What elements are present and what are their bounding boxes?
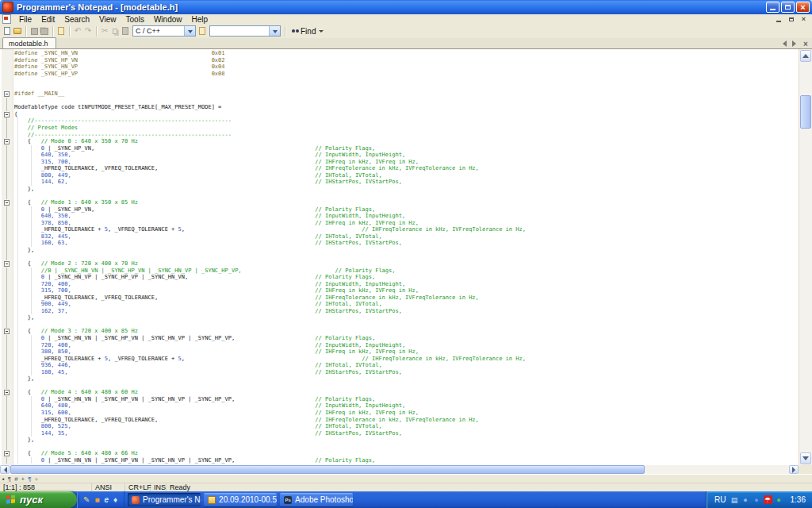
code-line[interactable]	[0, 383, 799, 390]
code-line[interactable]: 0 | _SYNC_HN_VN | _SYNC_HP_VN | _SYNC_HN…	[0, 396, 799, 403]
code-line[interactable]: #define _SYNC_HN_VP 0x04	[0, 64, 799, 71]
code-line[interactable]: #define _SYNC_HP_VN 0x02	[0, 57, 799, 64]
code-line[interactable]: },	[0, 186, 799, 193]
tray-messenger-icon[interactable]: ●	[741, 495, 750, 504]
code-line[interactable]: 315, 600, // IHFreq in kHz, IVFreq in Hz…	[0, 410, 799, 417]
code-line[interactable]: //--------------------------------------…	[0, 132, 799, 139]
open-file-button[interactable]	[13, 25, 22, 37]
clock[interactable]: 1:36	[791, 495, 806, 504]
child-restore-button[interactable]	[786, 15, 796, 23]
vertical-scroll-thumb[interactable]	[800, 95, 811, 129]
horizontal-scroll-thumb[interactable]	[10, 465, 645, 474]
quick-launch-media-icon[interactable]: ♦	[113, 495, 117, 504]
code-line[interactable]: _HFREQ_TOLERANCE + 5, _VFREQ_TOLERANCE +…	[0, 226, 799, 233]
code-line[interactable]: 380, 850, // IHFreq in kHz, IVFreq in Hz…	[0, 348, 799, 356]
code-line[interactable]: 315, 700, // IHFreq in kHz, IVFreq in Hz…	[0, 159, 799, 166]
code-line[interactable]: // Preset Modes	[0, 125, 799, 132]
code-line[interactable]: //--------------------------------------…	[0, 117, 799, 125]
redo-button[interactable]: ↷	[83, 25, 93, 37]
code-line[interactable]: 315, 700, // IHFreq in kHz, IVFreq in Hz…	[0, 287, 799, 294]
code-line[interactable]: 160, 63, // IHStartPos, IVStartPos,	[0, 240, 799, 247]
menu-search[interactable]: Search	[59, 14, 94, 24]
bookmark-button[interactable]	[197, 25, 207, 37]
menu-help[interactable]: Help	[186, 14, 213, 24]
code-line[interactable]: _HFREQ_TOLERANCE + 5, _VFREQ_TOLERANCE +…	[0, 356, 799, 363]
taskbar-task-pn[interactable]: Programmer's Not...	[128, 493, 201, 506]
taskbar-task-ps[interactable]: PsAdobe Photoshop ...	[280, 493, 353, 506]
mini-numbers-icon[interactable]: #	[14, 475, 17, 483]
tray-avira-icon[interactable]: ☂	[764, 495, 772, 504]
code-line[interactable]: { // Mode 4 : 640 x 480 x 60 Hz	[0, 389, 799, 396]
scroll-down-button[interactable]	[800, 452, 811, 464]
menu-file[interactable]: File	[14, 14, 36, 24]
search-combobox[interactable]	[209, 25, 281, 37]
editor[interactable]: #define _SYNC_HN_VN 0x01#define _SYNC_HP…	[0, 49, 799, 465]
child-minimize-button[interactable]	[773, 15, 783, 23]
code-area[interactable]: #define _SYNC_HN_VN 0x01#define _SYNC_HP…	[0, 50, 799, 464]
code-line[interactable]: _HFREQ_TOLERANCE, _VFREQ_TOLERANCE, // I…	[0, 165, 799, 172]
save-all-button[interactable]	[40, 25, 49, 37]
code-line[interactable]: 800, 525, // IHTotal, IVTotal,	[0, 423, 799, 430]
code-line[interactable]: 832, 445, // IHTotal, IVTotal,	[0, 233, 799, 241]
quick-launch-pencil-icon[interactable]: ✎	[83, 495, 90, 504]
code-line[interactable]: //0 | _SYNC_HN_VN | _SYNC_HP_VN | _SYNC_…	[0, 267, 799, 275]
child-close-button[interactable]: ×	[799, 15, 809, 23]
code-line[interactable]: 936, 446, // IHTotal, IVTotal,	[0, 362, 799, 369]
menu-tools[interactable]: Tools	[121, 14, 149, 24]
scheme-dropdown-button[interactable]	[184, 26, 195, 36]
code-line[interactable]: 900, 449, // IHTotal, IVTotal,	[0, 301, 799, 308]
code-line[interactable]: },	[0, 437, 799, 444]
menu-view[interactable]: View	[94, 14, 121, 24]
mini-pilcrow-icon[interactable]: ¶	[28, 475, 31, 483]
paste-button[interactable]	[121, 25, 130, 37]
code-line[interactable]: 640, 350, // InputWidth, InputHeight,	[0, 152, 799, 159]
code-line[interactable]: },	[0, 314, 799, 321]
vertical-scrollbar[interactable]	[799, 49, 812, 465]
scroll-up-button[interactable]	[800, 50, 811, 62]
mini-fold-icon[interactable]: +	[21, 475, 25, 483]
code-line[interactable]: 640, 480, // InputWidth, InputHeight,	[0, 402, 799, 410]
menu-edit[interactable]: Edit	[36, 14, 59, 24]
language-indicator[interactable]: RU	[714, 495, 726, 504]
tab-close-button[interactable]: ×	[802, 40, 810, 48]
find-button[interactable]: Find	[289, 27, 324, 36]
cut-button[interactable]: ✂	[100, 25, 109, 37]
scroll-right-button[interactable]	[789, 465, 799, 474]
code-line[interactable]: },	[0, 247, 799, 254]
code-line[interactable]: },	[0, 375, 799, 383]
mini-block-icon[interactable]: ▪	[2, 475, 5, 483]
code-line[interactable]: 180, 45, // IHStartPos, IVStartPos,	[0, 369, 799, 376]
menu-window[interactable]: Window	[149, 14, 187, 24]
code-line[interactable]: #define _SYNC_HP_VP 0x08	[0, 71, 799, 78]
code-line[interactable]: 0 | _SYNC_HP_VN, // Polarity Flags,	[0, 145, 799, 152]
fold-collapse-icon[interactable]	[4, 390, 10, 395]
code-line[interactable]: 162, 37, // IHStartPos, IVStartPos,	[0, 308, 799, 315]
fold-collapse-icon[interactable]	[4, 91, 10, 97]
scheme-combobox[interactable]: C / C++	[132, 25, 196, 37]
fold-collapse-icon[interactable]	[4, 200, 10, 206]
code-line[interactable]: { // Mode 2 : 720 x 400 x 70 Hz	[0, 260, 799, 267]
tab-modetable[interactable]: modetable.h	[2, 37, 56, 48]
close-button[interactable]: ×	[796, 2, 810, 13]
copy-button[interactable]	[110, 25, 120, 37]
scroll-left-button[interactable]	[0, 465, 10, 474]
undo-button[interactable]: ↶	[73, 25, 82, 37]
save-button[interactable]	[29, 25, 39, 37]
code-line[interactable]: 640, 350, // InputWidth, InputHeight,	[0, 213, 799, 220]
mini-wrap-icon[interactable]: ¶	[8, 475, 11, 483]
code-line[interactable]: ModeTableType code tINPUTMODE_PRESET_TAB…	[0, 104, 799, 111]
code-line[interactable]: 720, 400, // InputWidth, InputHeight,	[0, 281, 799, 288]
code-line[interactable]: 378, 850, // IHFreq in kHz, IVFreq in Hz…	[0, 220, 799, 227]
fold-collapse-icon[interactable]	[4, 451, 10, 456]
code-line[interactable]: #define _SYNC_HN_VN 0x01	[0, 50, 799, 57]
tray-network-icon[interactable]: ●	[775, 495, 783, 504]
code-line[interactable]: { // Mode 0 : 640 x 350 x 70 Hz	[0, 138, 799, 145]
code-line[interactable]: 800, 449, // IHTotal, IVTotal,	[0, 172, 799, 179]
code-line[interactable]: _HFREQ_TOLERANCE, _VFREQ_TOLERANCE, // I…	[0, 417, 799, 424]
horizontal-scrollbar[interactable]	[0, 465, 799, 474]
code-line[interactable]: 144, 62, // IHStartPos, IVStartPos,	[0, 179, 799, 186]
fold-collapse-icon[interactable]	[4, 329, 10, 334]
fold-collapse-icon[interactable]	[4, 261, 10, 267]
code-line[interactable]: { // Mode 1 : 640 x 350 x 85 Hz	[0, 199, 799, 206]
code-line[interactable]: 720, 400, // InputWidth, InputHeight,	[0, 342, 799, 349]
